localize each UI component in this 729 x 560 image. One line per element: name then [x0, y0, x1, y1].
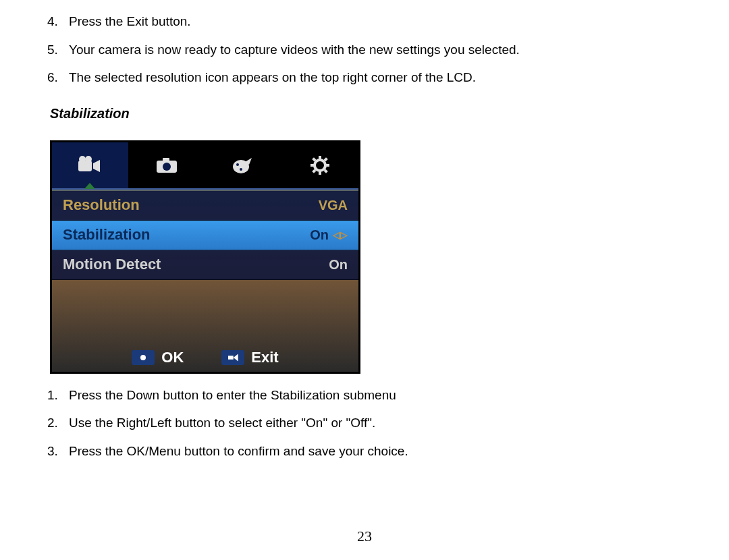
instruction-item: 3. Press the OK/Menu button to confirm a… — [47, 442, 682, 461]
ok-button-icon — [132, 350, 155, 365]
svg-rect-12 — [310, 164, 315, 167]
instruction-text: Press the OK/Menu button to confirm and … — [69, 442, 408, 461]
instruction-list-top: 4. Press the Exit button. 5. Your camera… — [47, 12, 682, 87]
instruction-text: Your camera is now ready to capture vide… — [69, 40, 520, 59]
instruction-text: Press the Down button to enter the Stabi… — [69, 386, 396, 405]
svg-point-5 — [163, 163, 171, 171]
footer-hint-ok-label: OK — [161, 349, 184, 366]
svg-rect-11 — [319, 171, 321, 175]
instruction-item: 6. The selected resolution icon appears … — [47, 68, 682, 87]
lcd-menu-list: Resolution VGA Stabilization On ◁▷ Motio… — [52, 190, 358, 281]
instruction-number: 1. — [47, 386, 69, 405]
instruction-item: 1. Press the Down button to enter the St… — [47, 386, 682, 405]
instruction-text: Press the Exit button. — [69, 12, 191, 31]
instruction-item: 2. Use the Right/Left button to select e… — [47, 414, 682, 432]
instruction-number: 6. — [47, 68, 69, 87]
instruction-item: 4. Press the Exit button. — [47, 12, 682, 31]
svg-point-1 — [79, 156, 86, 163]
instruction-number: 3. — [47, 442, 69, 461]
video-icon — [77, 155, 103, 175]
menu-row-resolution[interactable]: Resolution VGA — [52, 191, 358, 221]
exit-button-icon — [221, 350, 244, 365]
instruction-item: 5. Your camera is now ready to capture v… — [47, 40, 682, 59]
instruction-number: 4. — [47, 12, 69, 31]
tab-active-indicator-icon — [84, 183, 95, 189]
menu-row-value-text: On — [310, 227, 329, 243]
svg-rect-4 — [163, 158, 169, 161]
camera-icon — [155, 157, 178, 173]
menu-row-value: VGA — [319, 198, 348, 213]
page-number: 23 — [357, 528, 372, 545]
palette-icon — [232, 157, 254, 174]
instruction-text: Use the Right/Left button to select eith… — [69, 414, 375, 432]
footer-hint-exit: Exit — [221, 349, 278, 366]
menu-row-value: On — [329, 257, 348, 273]
menu-row-value: On ◁▷ — [310, 227, 348, 243]
camera-lcd-screenshot: Resolution VGA Stabilization On ◁▷ Motio… — [50, 140, 360, 374]
left-right-arrows-icon: ◁▷ — [333, 229, 348, 240]
svg-rect-10 — [319, 156, 321, 160]
instruction-list-bottom: 1. Press the Down button to enter the St… — [47, 386, 682, 461]
section-heading-stabilization: Stabilization — [50, 106, 682, 121]
lcd-tab-camera[interactable] — [129, 142, 206, 188]
menu-row-label: Motion Detect — [63, 256, 329, 273]
svg-rect-13 — [325, 164, 329, 167]
menu-row-stabilization[interactable]: Stabilization On ◁▷ — [52, 221, 358, 250]
lcd-footer-hints: OK Exit — [52, 349, 358, 366]
lcd-tab-settings[interactable] — [282, 142, 359, 188]
footer-hint-ok: OK — [132, 349, 184, 366]
menu-row-label: Stabilization — [63, 226, 310, 244]
instruction-number: 2. — [47, 414, 69, 432]
footer-hint-exit-label: Exit — [251, 349, 278, 366]
svg-point-7 — [236, 163, 239, 166]
svg-point-2 — [85, 156, 92, 163]
instruction-number: 5. — [47, 40, 69, 59]
lcd-tab-effects[interactable] — [205, 142, 282, 188]
svg-point-18 — [140, 355, 146, 360]
menu-row-label: Resolution — [63, 196, 319, 214]
svg-point-9 — [315, 160, 325, 171]
svg-point-8 — [240, 168, 242, 171]
instruction-text: The selected resolution icon appears on … — [69, 68, 476, 87]
gear-icon — [310, 155, 330, 175]
lcd-tab-video[interactable] — [52, 142, 129, 188]
lcd-tab-bar — [52, 142, 358, 190]
menu-row-motion-detect[interactable]: Motion Detect On — [52, 250, 358, 280]
